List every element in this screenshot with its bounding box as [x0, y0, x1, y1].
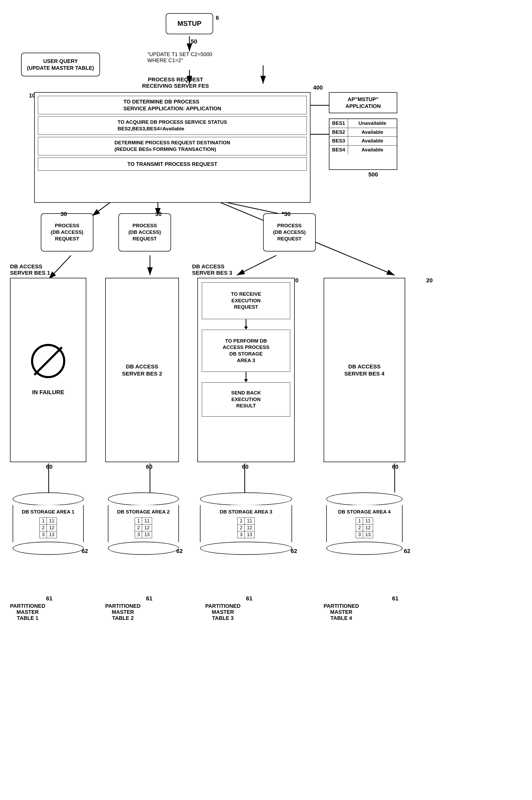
svg-marker-26	[244, 379, 248, 382]
ref-60d: 60	[392, 463, 398, 470]
fes-box3-label: DETERMINE PROCESS REQUEST DESTINATION (R…	[114, 140, 230, 152]
bes2-server-label: DB ACCESS SERVER BES 2	[122, 363, 162, 377]
bes4-server-box: DB ACCESS SERVER BES 4	[324, 278, 405, 462]
ref-6: 6	[216, 15, 219, 21]
bes3-send-box: SEND BACK EXECUTION RESULT	[202, 382, 290, 417]
fes-box1-label: TO DETERMINE DB PROCESS SERVICE APPLICAT…	[124, 98, 221, 112]
ap-mstup-box: AP"MSTUP" APPLICATION	[329, 92, 397, 113]
partitioned2-label: PARTITIONED MASTER TABLE 2	[105, 603, 140, 621]
proc-req2-box: PROCESS (DB ACCESS) REQUEST	[118, 213, 171, 252]
storage1-title: DB STORAGE AREA 1	[22, 509, 74, 515]
bes2-server-box: DB ACCESS SERVER BES 2	[105, 278, 179, 462]
bes4-label: BES4	[329, 146, 348, 154]
ref-61d: 61	[392, 595, 398, 602]
storage1-cylinder: DB STORAGE AREA 1 111 212 313	[10, 492, 86, 555]
bes-status-table: BES1 Unavailable BES2 Available BES3 Ava…	[329, 119, 397, 170]
mstup-label: MSTUP	[177, 19, 202, 28]
bes4-server-label: DB ACCESS SERVER BES 4	[344, 363, 385, 377]
proc-req2-label: PROCESS (DB ACCESS) REQUEST	[128, 222, 161, 242]
ref-61a: 61	[46, 595, 52, 602]
bes3-val: Available	[348, 137, 397, 145]
ref-61c: 61	[246, 595, 252, 602]
fes-box4-label: TO TRANSMIT PROCESS REQUEST	[127, 161, 217, 167]
fes-container: TO DETERMINE DB PROCESS SERVICE APPLICAT…	[34, 92, 310, 203]
bes3-recv-label: TO RECEIVE EXECUTION REQUEST	[231, 291, 261, 310]
proc-req1-box: PROCESS (DB ACCESS) REQUEST	[41, 213, 93, 252]
ref-50: 50	[191, 38, 197, 45]
storage4-title: DB STORAGE AREA 4	[338, 509, 391, 515]
proc-req3-label: PROCESS (DB ACCESS) REQUEST	[273, 222, 306, 242]
partitioned1-label: PARTITIONED MASTER TABLE 1	[10, 603, 45, 621]
partitioned4-label: PARTITIONED MASTER TABLE 4	[324, 603, 359, 621]
ref-60a: 60	[46, 463, 52, 470]
bes4-val: Available	[348, 146, 397, 154]
ref-30b: 30	[155, 211, 162, 218]
fes-box4: TO TRANSMIT PROCESS REQUEST	[38, 158, 307, 171]
mstup-box: MSTUP	[166, 13, 213, 34]
ref-60b: 60	[146, 463, 152, 470]
bes2-label: BES2	[329, 128, 348, 137]
storage3-cylinder: DB STORAGE AREA 3 111 212 313	[197, 492, 295, 555]
storage4-table: 111 212 313	[356, 517, 373, 538]
svg-marker-24	[244, 327, 248, 330]
proc-req1-label: PROCESS (DB ACCESS) REQUEST	[51, 222, 83, 242]
fes-box2: TO ACQUIRE DB PROCESS SERVICE STATUS BES…	[38, 116, 307, 135]
ref-30c: 30	[284, 211, 290, 218]
ref-62a: 62	[81, 548, 88, 554]
ap-mstup-label: AP"MSTUP" APPLICATION	[345, 96, 381, 110]
svg-line-13	[49, 255, 71, 279]
in-failure-label: IN FAILURE	[32, 389, 64, 396]
bes3-server-box: TO RECEIVE EXECUTION REQUEST TO PERFORM …	[197, 278, 295, 462]
bes3-recv-box: TO RECEIVE EXECUTION REQUEST	[202, 282, 290, 319]
ref-500: 500	[368, 171, 378, 178]
sql-text: "UPDATE T1 SET C2=5000 WHERE C1=2"	[147, 51, 212, 63]
ref-30a: 30	[60, 211, 67, 218]
ref-62b: 62	[176, 548, 183, 554]
bes3-perform-label: TO PERFORM DB ACCESS PROCESS DB STORAGE …	[223, 338, 269, 364]
storage2-title: DB STORAGE AREA 2	[117, 509, 170, 515]
db-access-bes1-label: DB ACCESS SERVER BES 1	[10, 263, 50, 276]
svg-line-15	[237, 255, 276, 275]
process-request-label: PROCESS REQUEST RECEIVING SERVER FES	[142, 76, 209, 89]
db-access-bes3-label: DB ACCESS SERVER BES 3	[192, 263, 232, 276]
storage3-title: DB STORAGE AREA 3	[220, 509, 272, 515]
storage1-table: 111 212 313	[39, 517, 57, 538]
ref-62c: 62	[291, 548, 297, 554]
bes1-val: Unavailable	[348, 119, 397, 128]
fes-box1: TO DETERMINE DB PROCESS SERVICE APPLICAT…	[38, 96, 307, 114]
storage3-table: 111 212 313	[237, 517, 254, 538]
storage2-table: 111 212 313	[135, 517, 152, 538]
ref-61b: 61	[146, 595, 152, 602]
bes3-label: BES3	[329, 137, 348, 145]
ref-62d: 62	[404, 548, 410, 554]
bes3-perform-box: TO PERFORM DB ACCESS PROCESS DB STORAGE …	[202, 330, 290, 372]
storage4-cylinder: DB STORAGE AREA 4 111 212 313	[324, 492, 405, 555]
no-sign-icon	[31, 344, 65, 378]
bes3-send-label: SEND BACK EXECUTION RESULT	[231, 390, 261, 409]
bes1-label: BES1	[329, 119, 348, 128]
bes1-server-box: IN FAILURE	[10, 278, 86, 462]
user-query-box: USER QUERY (UPDATE MASTER TABLE)	[21, 53, 100, 76]
ref-60c: 60	[242, 463, 248, 470]
fes-box2-label: TO ACQUIRE DB PROCESS SERVICE STATUS BES…	[118, 119, 227, 132]
proc-req3-box: PROCESS (DB ACCESS) REQUEST	[263, 213, 316, 252]
bes2-val: Available	[348, 128, 397, 137]
partitioned3-label: PARTITIONED MASTER TABLE 3	[205, 603, 241, 621]
user-query-label: USER QUERY (UPDATE MASTER TABLE)	[27, 58, 94, 71]
ref-400: 400	[313, 84, 323, 91]
fes-box3: DETERMINE PROCESS REQUEST DESTINATION (R…	[38, 137, 307, 156]
storage2-cylinder: DB STORAGE AREA 2 111 212 313	[105, 492, 182, 555]
ref-20d: 20	[426, 277, 433, 284]
